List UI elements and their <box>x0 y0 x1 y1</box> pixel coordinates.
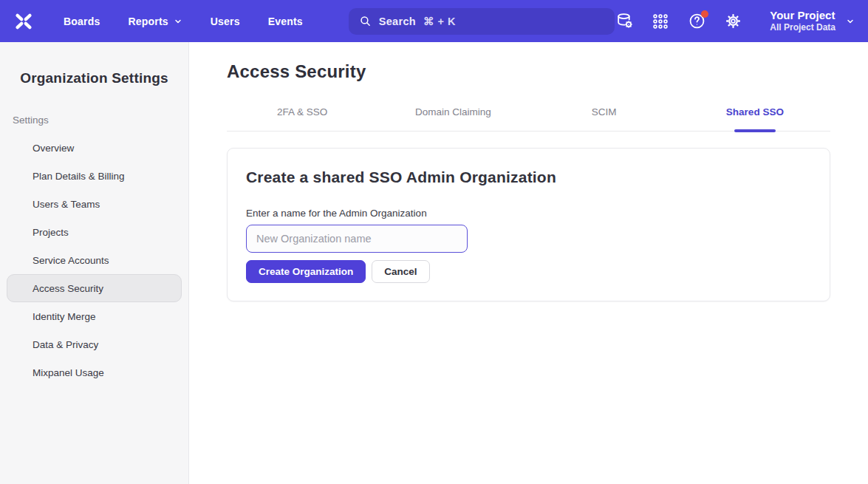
card-title: Create a shared SSO Admin Organization <box>246 168 811 186</box>
sidebar-section-label: Settings <box>13 115 188 126</box>
project-selector-text: Your Project All Project Data <box>770 9 835 34</box>
sidebar-item-data-privacy[interactable]: Data & Privacy <box>7 330 182 358</box>
project-subtitle: All Project Data <box>770 22 835 33</box>
organization-name-input[interactable] <box>246 225 468 253</box>
sidebar-item-label: Access Security <box>33 283 103 294</box>
nav-item-events[interactable]: Events <box>268 16 303 27</box>
data-management-icon <box>615 12 634 30</box>
sidebar-item-label: Overview <box>33 143 74 154</box>
tab-shared-sso[interactable]: Shared SSO <box>680 106 830 131</box>
sidebar-item-label: Data & Privacy <box>33 339 98 350</box>
sidebar-item-service-accounts[interactable]: Service Accounts <box>7 246 182 274</box>
data-management-button[interactable] <box>615 12 634 31</box>
cancel-button[interactable]: Cancel <box>372 260 429 283</box>
organization-name-label: Enter a name for the Admin Organization <box>246 208 811 219</box>
nav-item-label: Users <box>211 16 240 27</box>
sidebar-item-label: Users & Teams <box>33 199 100 210</box>
tab-label: Domain Claiming <box>415 106 491 117</box>
help-button[interactable] <box>687 12 706 31</box>
sidebar-item-label: Service Accounts <box>33 255 109 266</box>
tab-2fa-sso[interactable]: 2FA & SSO <box>227 106 377 131</box>
chevron-down-icon <box>174 17 182 26</box>
mixpanel-logo[interactable] <box>13 11 34 32</box>
sidebar-item-label: Mixpanel Usage <box>33 367 104 378</box>
chevron-down-icon <box>846 17 855 26</box>
nav-item-reports[interactable]: Reports <box>128 16 182 27</box>
settings-gear-button[interactable] <box>723 12 742 31</box>
settings-sidebar: Organization Settings Settings Overview … <box>0 42 189 484</box>
sidebar-item-label: Projects <box>33 227 69 238</box>
primary-nav: Boards Reports Users Events <box>64 16 303 27</box>
search-shortcut: ⌘ + K <box>423 16 456 27</box>
access-security-tabs: 2FA & SSO Domain Claiming SCIM Shared SS… <box>227 106 830 132</box>
sidebar-title: Organization Settings <box>0 70 188 86</box>
apps-grid-button[interactable] <box>651 12 670 31</box>
nav-item-label: Events <box>268 16 303 27</box>
sidebar-item-label: Identity Merge <box>33 311 96 322</box>
tab-scim[interactable]: SCIM <box>529 106 680 131</box>
search-placeholder: Search <box>379 16 416 27</box>
settings-gear-icon <box>724 12 742 30</box>
nav-item-boards[interactable]: Boards <box>64 16 100 27</box>
project-name: Your Project <box>770 9 835 23</box>
tab-label: SCIM <box>592 106 617 117</box>
tab-domain-claiming[interactable]: Domain Claiming <box>377 106 528 131</box>
card-actions: Create Organization Cancel <box>246 260 811 283</box>
tab-label: 2FA & SSO <box>277 106 327 117</box>
nav-item-users[interactable]: Users <box>211 16 240 27</box>
project-selector[interactable]: Your Project All Project Data <box>770 9 855 34</box>
sidebar-item-access-security[interactable]: Access Security <box>7 274 182 302</box>
sidebar-item-overview[interactable]: Overview <box>7 134 182 162</box>
active-tab-underline <box>734 129 776 132</box>
top-navigation-bar: Boards Reports Users Events Search ⌘ + K <box>0 0 868 42</box>
global-search-input[interactable]: Search ⌘ + K <box>349 8 615 35</box>
topbar-actions: Your Project All Project Data <box>615 9 855 34</box>
page-title: Access Security <box>227 61 830 82</box>
nav-item-label: Reports <box>128 16 168 27</box>
main-content: Access Security 2FA & SSO Domain Claimin… <box>189 42 868 484</box>
sidebar-item-plan-details-billing[interactable]: Plan Details & Billing <box>7 162 182 190</box>
sidebar-item-identity-merge[interactable]: Identity Merge <box>7 302 182 330</box>
create-organization-button[interactable]: Create Organization <box>246 260 366 283</box>
nav-item-label: Boards <box>64 16 100 27</box>
create-shared-sso-card: Create a shared SSO Admin Organization E… <box>227 148 830 301</box>
mixpanel-logo-icon <box>14 12 33 31</box>
search-icon <box>359 15 372 27</box>
sidebar-item-label: Plan Details & Billing <box>33 171 125 182</box>
app-window: Boards Reports Users Events Search ⌘ + K <box>0 0 868 484</box>
apps-grid-icon <box>652 13 669 30</box>
sidebar-nav-list: Overview Plan Details & Billing Users & … <box>0 134 188 386</box>
tab-label: Shared SSO <box>726 106 784 117</box>
notification-dot <box>701 10 708 18</box>
sidebar-item-users-teams[interactable]: Users & Teams <box>7 190 182 218</box>
sidebar-item-projects[interactable]: Projects <box>7 218 182 246</box>
sidebar-item-mixpanel-usage[interactable]: Mixpanel Usage <box>7 358 182 386</box>
